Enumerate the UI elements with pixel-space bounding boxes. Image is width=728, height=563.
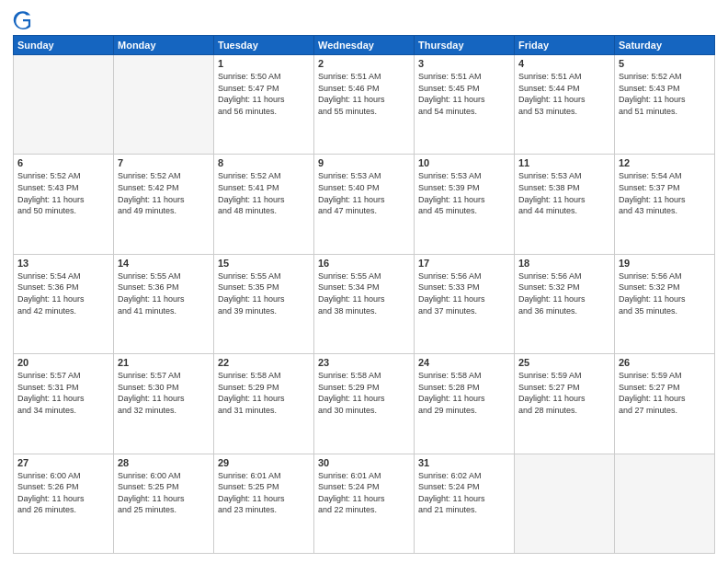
day-number: 21 xyxy=(118,357,210,368)
day-number: 30 xyxy=(318,457,410,468)
calendar-cell: 23Sunrise: 5:58 AM Sunset: 5:29 PM Dayli… xyxy=(314,354,415,454)
day-info: Sunrise: 6:00 AM Sunset: 5:26 PM Dayligh… xyxy=(17,470,109,516)
day-info: Sunrise: 6:01 AM Sunset: 5:24 PM Dayligh… xyxy=(318,470,410,516)
day-info: Sunrise: 5:55 AM Sunset: 5:36 PM Dayligh… xyxy=(118,270,210,316)
calendar-cell: 7Sunrise: 5:52 AM Sunset: 5:42 PM Daylig… xyxy=(114,155,214,254)
day-number: 2 xyxy=(318,58,410,69)
day-info: Sunrise: 5:53 AM Sunset: 5:39 PM Dayligh… xyxy=(418,170,510,216)
day-info: Sunrise: 5:55 AM Sunset: 5:35 PM Dayligh… xyxy=(218,270,310,316)
day-number: 20 xyxy=(17,357,109,368)
day-info: Sunrise: 5:52 AM Sunset: 5:43 PM Dayligh… xyxy=(619,71,711,117)
calendar-table: SundayMondayTuesdayWednesdayThursdayFrid… xyxy=(13,35,715,554)
page: SundayMondayTuesdayWednesdayThursdayFrid… xyxy=(0,0,728,563)
day-info: Sunrise: 5:54 AM Sunset: 5:36 PM Dayligh… xyxy=(17,270,109,316)
day-number: 5 xyxy=(619,58,711,69)
calendar-cell: 18Sunrise: 5:56 AM Sunset: 5:32 PM Dayli… xyxy=(515,254,615,353)
calendar-cell xyxy=(615,454,715,553)
calendar-cell: 11Sunrise: 5:53 AM Sunset: 5:38 PM Dayli… xyxy=(515,155,615,254)
day-number: 24 xyxy=(418,357,510,368)
day-info: Sunrise: 5:58 AM Sunset: 5:29 PM Dayligh… xyxy=(318,370,410,416)
logo xyxy=(13,9,37,29)
day-number: 15 xyxy=(218,258,310,269)
weekday-header-thursday: Thursday xyxy=(415,36,515,55)
weekday-header-wednesday: Wednesday xyxy=(314,36,415,55)
calendar-cell: 15Sunrise: 5:55 AM Sunset: 5:35 PM Dayli… xyxy=(214,254,314,353)
day-info: Sunrise: 6:02 AM Sunset: 5:24 PM Dayligh… xyxy=(418,470,510,516)
day-number: 9 xyxy=(318,157,410,168)
day-number: 26 xyxy=(619,357,711,368)
weekday-header-tuesday: Tuesday xyxy=(214,36,314,55)
calendar-cell: 17Sunrise: 5:56 AM Sunset: 5:33 PM Dayli… xyxy=(415,254,515,353)
calendar-cell xyxy=(515,454,615,553)
day-number: 22 xyxy=(218,357,310,368)
day-info: Sunrise: 5:59 AM Sunset: 5:27 PM Dayligh… xyxy=(518,370,610,416)
calendar-cell: 29Sunrise: 6:01 AM Sunset: 5:25 PM Dayli… xyxy=(214,454,314,553)
day-info: Sunrise: 5:57 AM Sunset: 5:31 PM Dayligh… xyxy=(17,370,109,416)
day-info: Sunrise: 5:52 AM Sunset: 5:43 PM Dayligh… xyxy=(17,170,109,216)
day-info: Sunrise: 5:55 AM Sunset: 5:34 PM Dayligh… xyxy=(318,270,410,316)
calendar-cell: 14Sunrise: 5:55 AM Sunset: 5:36 PM Dayli… xyxy=(114,254,214,353)
calendar-cell: 3Sunrise: 5:51 AM Sunset: 5:45 PM Daylig… xyxy=(415,55,515,155)
day-info: Sunrise: 6:00 AM Sunset: 5:25 PM Dayligh… xyxy=(118,470,210,516)
day-number: 10 xyxy=(418,157,510,168)
day-info: Sunrise: 5:56 AM Sunset: 5:33 PM Dayligh… xyxy=(418,270,510,316)
day-number: 13 xyxy=(17,258,109,269)
day-number: 6 xyxy=(17,157,109,168)
day-number: 29 xyxy=(218,457,310,468)
calendar-cell: 12Sunrise: 5:54 AM Sunset: 5:37 PM Dayli… xyxy=(615,155,715,254)
calendar-cell: 27Sunrise: 6:00 AM Sunset: 5:26 PM Dayli… xyxy=(14,454,114,553)
calendar-cell: 20Sunrise: 5:57 AM Sunset: 5:31 PM Dayli… xyxy=(14,354,114,454)
calendar-cell: 5Sunrise: 5:52 AM Sunset: 5:43 PM Daylig… xyxy=(615,55,715,155)
weekday-header-saturday: Saturday xyxy=(615,36,715,55)
day-info: Sunrise: 5:51 AM Sunset: 5:46 PM Dayligh… xyxy=(318,71,410,117)
calendar-cell: 6Sunrise: 5:52 AM Sunset: 5:43 PM Daylig… xyxy=(14,155,114,254)
day-info: Sunrise: 5:53 AM Sunset: 5:38 PM Dayligh… xyxy=(518,170,610,216)
week-row-1: 6Sunrise: 5:52 AM Sunset: 5:43 PM Daylig… xyxy=(14,155,715,254)
calendar-cell xyxy=(114,55,214,155)
day-info: Sunrise: 5:59 AM Sunset: 5:27 PM Dayligh… xyxy=(619,370,711,416)
day-number: 17 xyxy=(418,258,510,269)
calendar-cell: 13Sunrise: 5:54 AM Sunset: 5:36 PM Dayli… xyxy=(14,254,114,353)
week-row-3: 20Sunrise: 5:57 AM Sunset: 5:31 PM Dayli… xyxy=(14,354,715,454)
day-number: 4 xyxy=(518,58,610,69)
day-info: Sunrise: 5:56 AM Sunset: 5:32 PM Dayligh… xyxy=(518,270,610,316)
day-number: 28 xyxy=(118,457,210,468)
day-number: 31 xyxy=(418,457,510,468)
day-number: 12 xyxy=(619,157,711,168)
calendar-cell: 24Sunrise: 5:58 AM Sunset: 5:28 PM Dayli… xyxy=(415,354,515,454)
calendar-cell: 8Sunrise: 5:52 AM Sunset: 5:41 PM Daylig… xyxy=(214,155,314,254)
day-info: Sunrise: 5:58 AM Sunset: 5:28 PM Dayligh… xyxy=(418,370,510,416)
day-number: 14 xyxy=(118,258,210,269)
day-number: 19 xyxy=(619,258,711,269)
day-number: 8 xyxy=(218,157,310,168)
header xyxy=(13,9,715,29)
day-number: 11 xyxy=(518,157,610,168)
calendar-cell: 1Sunrise: 5:50 AM Sunset: 5:47 PM Daylig… xyxy=(214,55,314,155)
calendar-cell: 16Sunrise: 5:55 AM Sunset: 5:34 PM Dayli… xyxy=(314,254,415,353)
day-number: 25 xyxy=(518,357,610,368)
day-number: 3 xyxy=(418,58,510,69)
calendar-cell: 28Sunrise: 6:00 AM Sunset: 5:25 PM Dayli… xyxy=(114,454,214,553)
calendar-cell: 2Sunrise: 5:51 AM Sunset: 5:46 PM Daylig… xyxy=(314,55,415,155)
calendar-cell: 19Sunrise: 5:56 AM Sunset: 5:32 PM Dayli… xyxy=(615,254,715,353)
calendar-cell: 30Sunrise: 6:01 AM Sunset: 5:24 PM Dayli… xyxy=(314,454,415,553)
calendar-cell: 26Sunrise: 5:59 AM Sunset: 5:27 PM Dayli… xyxy=(615,354,715,454)
day-info: Sunrise: 5:58 AM Sunset: 5:29 PM Dayligh… xyxy=(218,370,310,416)
day-info: Sunrise: 5:52 AM Sunset: 5:42 PM Dayligh… xyxy=(118,170,210,216)
day-info: Sunrise: 5:51 AM Sunset: 5:45 PM Dayligh… xyxy=(418,71,510,117)
calendar-cell: 21Sunrise: 5:57 AM Sunset: 5:30 PM Dayli… xyxy=(114,354,214,454)
day-info: Sunrise: 5:57 AM Sunset: 5:30 PM Dayligh… xyxy=(118,370,210,416)
day-info: Sunrise: 5:50 AM Sunset: 5:47 PM Dayligh… xyxy=(218,71,310,117)
weekday-header-friday: Friday xyxy=(515,36,615,55)
day-number: 23 xyxy=(318,357,410,368)
day-number: 1 xyxy=(218,58,310,69)
day-number: 18 xyxy=(518,258,610,269)
day-number: 27 xyxy=(17,457,109,468)
calendar-cell: 25Sunrise: 5:59 AM Sunset: 5:27 PM Dayli… xyxy=(515,354,615,454)
calendar-cell: 9Sunrise: 5:53 AM Sunset: 5:40 PM Daylig… xyxy=(314,155,415,254)
weekday-header-monday: Monday xyxy=(114,36,214,55)
day-number: 7 xyxy=(118,157,210,168)
calendar-cell: 22Sunrise: 5:58 AM Sunset: 5:29 PM Dayli… xyxy=(214,354,314,454)
week-row-0: 1Sunrise: 5:50 AM Sunset: 5:47 PM Daylig… xyxy=(14,55,715,155)
day-number: 16 xyxy=(318,258,410,269)
